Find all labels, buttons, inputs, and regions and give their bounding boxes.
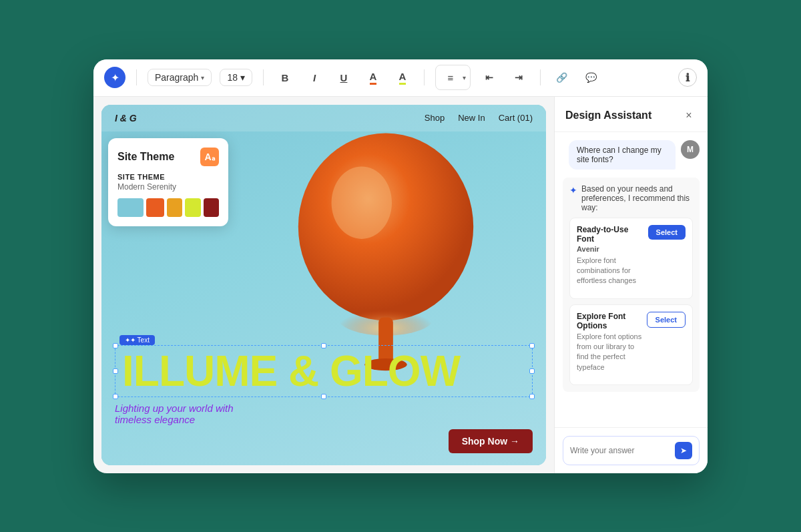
chevron-down-icon: ▾ bbox=[201, 74, 204, 81]
canvas-area: I & G Shop New In Cart (01) Site Theme A… bbox=[93, 97, 554, 473]
nav-shop[interactable]: Shop bbox=[425, 113, 445, 123]
site-nav: I & G Shop New In Cart (01) bbox=[101, 105, 546, 131]
site-logo: I & G bbox=[115, 113, 137, 123]
site-theme-panel: Site Theme Aₐ SITE THEME Modern Serenity bbox=[108, 138, 228, 226]
theme-panel-icon: Aₐ bbox=[200, 148, 219, 166]
assistant-input-area: ➤ bbox=[555, 427, 708, 473]
theme-panel-header: Site Theme Aₐ bbox=[117, 148, 219, 166]
italic-button[interactable]: I bbox=[304, 67, 325, 88]
chevron-down-icon: ▾ bbox=[240, 72, 245, 83]
user-bubble: Where can I change my site fonts? bbox=[569, 140, 676, 170]
nav-cart[interactable]: Cart (01) bbox=[499, 113, 533, 123]
send-icon: ➤ bbox=[680, 446, 687, 455]
ai-response-block: ✦ Based on your needs and preferences, I… bbox=[563, 178, 700, 392]
nav-newin[interactable]: New In bbox=[458, 113, 485, 123]
suggestion-1-row: Ready-to-Use Font Avenir Explore font co… bbox=[577, 225, 686, 292]
sparkle-icon[interactable]: ✦ bbox=[104, 67, 125, 88]
suggestion-1-content: Ready-to-Use Font Avenir Explore font co… bbox=[577, 225, 644, 292]
handle-bl bbox=[113, 394, 118, 399]
handle-bm bbox=[321, 394, 326, 399]
handle-ml bbox=[113, 368, 118, 374]
divider-1 bbox=[136, 69, 137, 85]
suggestion-2-content: Explore Font Options Explore font option… bbox=[577, 312, 643, 378]
svg-point-0 bbox=[298, 133, 473, 320]
indent-right-button[interactable]: ⇥ bbox=[508, 67, 529, 88]
suggestion-1-title: Ready-to-Use Font bbox=[577, 225, 644, 244]
divider-4 bbox=[540, 69, 541, 85]
close-button[interactable]: × bbox=[681, 107, 697, 123]
response-header: ✦ Based on your needs and preferences, I… bbox=[569, 184, 693, 212]
palette-color-4 bbox=[185, 198, 200, 217]
text-badge: ✦ ✦ Text bbox=[119, 335, 155, 345]
suggestion-2-title: Explore Font Options bbox=[577, 312, 643, 330]
assistant-input-row: ➤ bbox=[563, 436, 700, 465]
info-button[interactable]: ℹ bbox=[678, 68, 697, 87]
ai-sparkle-icon: ✦ bbox=[569, 185, 577, 196]
align-button[interactable]: ≡ bbox=[440, 67, 461, 88]
theme-name: Modern Serenity bbox=[117, 182, 219, 192]
palette-color-5 bbox=[204, 198, 219, 217]
hero-text-block: ✦ ✦ Text ILLUME & GLOW Lighting up your … bbox=[115, 345, 533, 425]
shop-now-button[interactable]: Shop Now → bbox=[449, 429, 533, 453]
hero-subtitle: Lighting up your world withtimeless eleg… bbox=[115, 403, 533, 425]
lamp-illustration bbox=[279, 118, 493, 372]
theme-label: SITE THEME bbox=[117, 173, 219, 181]
handle-br bbox=[529, 394, 535, 399]
assistant-header: Design Assistant × bbox=[555, 97, 708, 132]
user-avatar: M bbox=[681, 140, 700, 159]
assistant-title: Design Assistant bbox=[565, 109, 651, 121]
indent-left-button[interactable]: ⇤ bbox=[479, 67, 500, 88]
divider-2 bbox=[263, 69, 264, 85]
toolbar: ✦ Paragraph ▾ 18 ▾ B I U A A ≡ ▾ ⇤ ⇥ 🔗 💬 bbox=[93, 59, 708, 97]
svg-point-1 bbox=[332, 166, 392, 239]
suggestion-1-subtitle: Avenir bbox=[577, 245, 644, 253]
align-chevron-icon: ▾ bbox=[463, 74, 466, 81]
design-assistant-panel: Design Assistant × Where can I change my… bbox=[554, 97, 708, 473]
badge-sparkle-icon: ✦ bbox=[125, 336, 130, 344]
suggestion-2-row: Explore Font Options Explore font option… bbox=[577, 312, 686, 378]
palette-color-2 bbox=[146, 198, 164, 217]
color-palette bbox=[117, 198, 219, 217]
suggestion-1-desc: Explore font combinations for effortless… bbox=[577, 256, 644, 286]
palette-color-1 bbox=[117, 198, 144, 217]
suggestion-card-1: Ready-to-Use Font Avenir Explore font co… bbox=[569, 218, 693, 299]
selection-box[interactable]: ✦ ✦ Text ILLUME & GLOW bbox=[115, 345, 533, 397]
underline-button[interactable]: U bbox=[333, 67, 354, 88]
paragraph-select[interactable]: Paragraph ▾ bbox=[148, 69, 212, 86]
align-group: ≡ ▾ bbox=[435, 65, 471, 90]
theme-panel-title: Site Theme bbox=[117, 151, 174, 163]
assistant-messages: Where can I change my site fonts? M ✦ Ba… bbox=[555, 132, 708, 427]
link-button[interactable]: 🔗 bbox=[551, 67, 573, 88]
content-area: I & G Shop New In Cart (01) Site Theme A… bbox=[93, 97, 708, 473]
hero-title: ILLUME & GLOW bbox=[122, 350, 525, 392]
handle-tr bbox=[529, 343, 535, 348]
palette-color-3 bbox=[167, 198, 182, 217]
user-message-row: Where can I change my site fonts? M bbox=[563, 140, 700, 170]
assistant-input-field[interactable] bbox=[570, 446, 671, 455]
font-color-button[interactable]: A bbox=[362, 67, 384, 88]
ai-response-text: Based on your needs and preferences, I r… bbox=[581, 184, 693, 212]
select-button-1[interactable]: Select bbox=[648, 225, 686, 240]
bold-button[interactable]: B bbox=[274, 67, 296, 88]
handle-tm bbox=[321, 343, 326, 348]
highlight-button[interactable]: A bbox=[392, 67, 413, 88]
nav-links: Shop New In Cart (01) bbox=[425, 113, 533, 123]
divider-3 bbox=[424, 69, 425, 85]
website-preview: I & G Shop New In Cart (01) Site Theme A… bbox=[101, 105, 546, 465]
comment-button[interactable]: 💬 bbox=[581, 67, 602, 88]
handle-mr bbox=[529, 368, 535, 374]
main-container: ✦ Paragraph ▾ 18 ▾ B I U A A ≡ ▾ ⇤ ⇥ 🔗 💬 bbox=[93, 59, 708, 473]
suggestion-2-desc: Explore font options from our library to… bbox=[577, 332, 643, 373]
select-button-2[interactable]: Select bbox=[647, 312, 686, 328]
handle-tl bbox=[113, 343, 118, 348]
send-button[interactable]: ➤ bbox=[675, 442, 692, 459]
suggestion-card-2: Explore Font Options Explore font option… bbox=[569, 304, 693, 386]
font-size-select[interactable]: 18 ▾ bbox=[220, 69, 252, 86]
